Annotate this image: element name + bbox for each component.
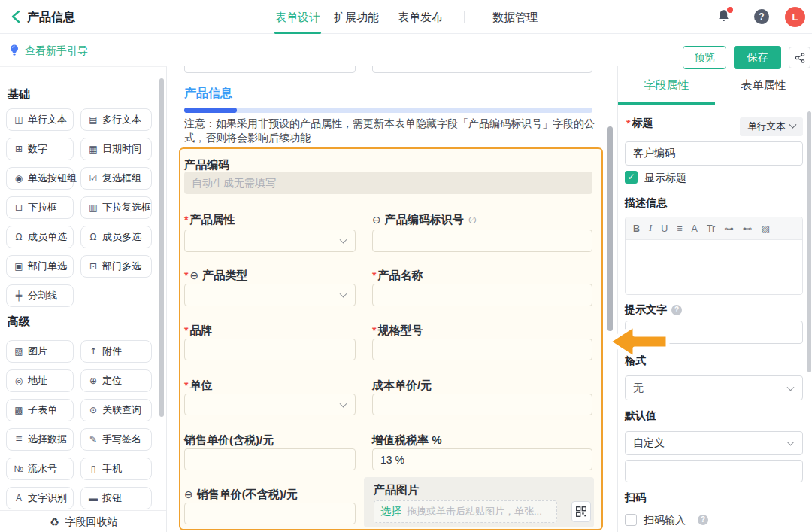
default-custom-input[interactable] bbox=[625, 460, 803, 482]
tab-form-publish[interactable]: 表单发布 bbox=[398, 11, 443, 25]
form-section-title[interactable]: 产品信息 bbox=[184, 86, 232, 102]
product-type-select[interactable] bbox=[184, 284, 356, 306]
tab-form-design[interactable]: 表单设计 bbox=[275, 11, 320, 25]
font-size-icon[interactable]: Tr bbox=[707, 223, 715, 234]
field-type-sidebar: 基础 ◫单行文本 ▤多行文本 ⊞数字 ▦日期时间 ◉单选按钮组 ☑复选框组 ⊟下… bbox=[0, 66, 167, 532]
title-value-input[interactable] bbox=[625, 141, 803, 166]
insert-image-icon[interactable]: ▨ bbox=[761, 223, 770, 234]
sidebar-item-button[interactable]: ▬按钮 bbox=[80, 487, 152, 509]
recycle-icon: ♻ bbox=[49, 516, 61, 528]
link-icon[interactable]: ⊶ bbox=[724, 223, 734, 234]
sidebar-item-checkbox-group[interactable]: ☑复选框组 bbox=[80, 167, 152, 190]
tab-form-properties[interactable]: 表单属性 bbox=[715, 66, 812, 105]
sidebar-item-radio-group[interactable]: ◉单选按钮组 bbox=[6, 167, 74, 190]
form-canvas: 产品信息 注意：如果采用非预设的产品属性，需更新本表单隐藏字段「产品编码标识号」… bbox=[167, 66, 617, 532]
product-attr-select[interactable] bbox=[184, 230, 356, 252]
sidebar-item-address[interactable]: ◎地址 bbox=[6, 369, 74, 392]
upload-select-link[interactable]: 选择 bbox=[380, 505, 401, 518]
sidebar-item-dropdown-multi[interactable]: ▥下拉复选框 bbox=[80, 196, 152, 219]
show-title-checkbox[interactable]: ✓ bbox=[625, 171, 638, 184]
select-data-icon: ≣ bbox=[13, 434, 25, 445]
selected-field-group[interactable]: 产品编码 *产品属性 ⊖产品编码标识号∅ *⊖产品类型 *产品名称 *品牌 *规… bbox=[179, 147, 603, 530]
sidebar-item-department-single[interactable]: ▣部门单选 bbox=[6, 255, 74, 278]
field-label-product-type: *⊖产品类型 bbox=[184, 269, 247, 282]
back-icon[interactable] bbox=[9, 9, 24, 24]
sidebar-item-linked-query[interactable]: ⊙关联查询 bbox=[80, 399, 152, 421]
field-label-vat-rate: 增值税税率 % bbox=[372, 433, 442, 447]
underline-icon[interactable]: U bbox=[661, 223, 668, 234]
bold-icon[interactable]: B bbox=[633, 223, 640, 234]
sidebar-item-select-data[interactable]: ≣选择数据 bbox=[6, 428, 74, 451]
sidebar-item-subform[interactable]: ▩子表单 bbox=[6, 399, 74, 421]
product-code-input[interactable] bbox=[184, 172, 592, 194]
sidebar-item-multi-line-text[interactable]: ▤多行文本 bbox=[80, 108, 152, 131]
field-type-selector[interactable]: 单行文本 bbox=[740, 117, 803, 136]
panel-scrollbar[interactable] bbox=[807, 111, 811, 372]
sidebar-item-number[interactable]: ⊞数字 bbox=[6, 138, 74, 160]
sale-price-tax-input[interactable] bbox=[184, 448, 356, 470]
advanced-field-grid: ▧图片 ↥附件 ◎地址 ⊕定位 ▩子表单 ⊙关联查询 ≣选择数据 ✎手写签名 №… bbox=[6, 340, 152, 509]
canvas-scrollbar[interactable] bbox=[607, 126, 613, 331]
code-identifier-input[interactable] bbox=[372, 230, 592, 252]
linked-query-icon: ⊙ bbox=[87, 405, 99, 415]
product-name-input[interactable] bbox=[372, 284, 592, 306]
sidebar-item-signature[interactable]: ✎手写签名 bbox=[80, 428, 152, 451]
sidebar-item-image[interactable]: ▧图片 bbox=[6, 340, 74, 363]
sale-price-notax-input[interactable] bbox=[184, 503, 356, 524]
notification-badge bbox=[727, 7, 733, 13]
product-image-field[interactable]: 产品图片 选择 拖拽或单击后粘贴图片，单张... bbox=[364, 477, 594, 527]
field-label-product-name: *产品名称 bbox=[372, 269, 423, 282]
sidebar-item-divider[interactable]: ╪分割线 bbox=[6, 284, 74, 307]
format-select[interactable]: 无 bbox=[625, 375, 803, 400]
help-icon[interactable]: ? bbox=[698, 515, 708, 525]
sidebar-scrollbar[interactable] bbox=[159, 78, 164, 417]
qr-scan-icon[interactable] bbox=[571, 501, 591, 522]
page-title[interactable]: 产品信息 bbox=[27, 10, 75, 29]
align-left-icon[interactable]: ≡ bbox=[677, 223, 682, 234]
default-value-select[interactable]: 自定义 bbox=[625, 431, 803, 455]
brand-input[interactable] bbox=[184, 339, 356, 360]
sidebar-item-department-multi[interactable]: ⊡部门多选 bbox=[80, 255, 152, 278]
scan-input-checkbox[interactable] bbox=[625, 514, 637, 526]
tab-field-properties[interactable]: 字段属性 bbox=[618, 66, 715, 105]
vat-rate-input[interactable] bbox=[372, 448, 592, 470]
cost-price-input[interactable] bbox=[372, 394, 592, 415]
description-editor[interactable]: B I U ≡ A Tr ⊶ ⊷ ▨ bbox=[625, 217, 803, 295]
tab-data-management[interactable]: 数据管理 bbox=[492, 11, 538, 25]
spec-model-input[interactable] bbox=[372, 339, 592, 360]
field-recycle-bin[interactable]: ♻ 字段回收站 bbox=[0, 510, 166, 532]
avatar[interactable]: L bbox=[785, 7, 805, 27]
sidebar-item-dropdown[interactable]: ⊟下拉框 bbox=[6, 196, 74, 219]
save-button[interactable]: 保存 bbox=[734, 46, 781, 69]
notification-bell-icon[interactable] bbox=[717, 8, 733, 25]
unlink-icon[interactable]: ⊷ bbox=[743, 223, 753, 234]
share-button[interactable] bbox=[789, 47, 810, 68]
sidebar-item-phone[interactable]: ▯手机 bbox=[80, 458, 152, 480]
font-color-icon[interactable]: A bbox=[692, 223, 698, 234]
previous-row-input-left[interactable] bbox=[184, 66, 356, 73]
sidebar-item-location[interactable]: ⊕定位 bbox=[80, 369, 152, 392]
number-icon: ⊞ bbox=[13, 144, 25, 154]
previous-row-input-right[interactable] bbox=[372, 66, 592, 73]
phone-icon: ▯ bbox=[87, 464, 99, 474]
beginner-guide-link[interactable]: 查看新手引导 bbox=[25, 44, 88, 58]
formula-link-icon: ⊖ bbox=[184, 488, 193, 500]
sidebar-item-single-line-text[interactable]: ◫单行文本 bbox=[6, 108, 74, 131]
help-icon[interactable]: ? bbox=[671, 305, 682, 315]
sidebar-item-attachment[interactable]: ↥附件 bbox=[80, 340, 152, 363]
sidebar-item-member-multi[interactable]: Ω成员多选 bbox=[80, 226, 152, 248]
sidebar-item-serial-number[interactable]: №流水号 bbox=[6, 458, 74, 480]
sidebar-item-datetime[interactable]: ▦日期时间 bbox=[80, 138, 152, 160]
help-icon[interactable]: ? bbox=[754, 9, 769, 24]
italic-icon[interactable]: I bbox=[649, 223, 652, 234]
tab-extensions[interactable]: 扩展功能 bbox=[334, 11, 379, 25]
sidebar-item-member-single[interactable]: Ω成员单选 bbox=[6, 226, 74, 248]
chevron-down-icon bbox=[789, 121, 796, 129]
required-asterisk: * bbox=[184, 269, 188, 281]
unit-select[interactable] bbox=[184, 394, 356, 415]
image-upload-dropzone[interactable]: 选择 拖拽或单击后粘贴图片，单张... bbox=[374, 500, 557, 523]
field-label-brand: *品牌 bbox=[184, 324, 212, 337]
sidebar-item-ocr[interactable]: A文字识别 bbox=[6, 487, 74, 509]
description-editor-body[interactable] bbox=[626, 240, 802, 295]
preview-button[interactable]: 预览 bbox=[683, 46, 726, 69]
